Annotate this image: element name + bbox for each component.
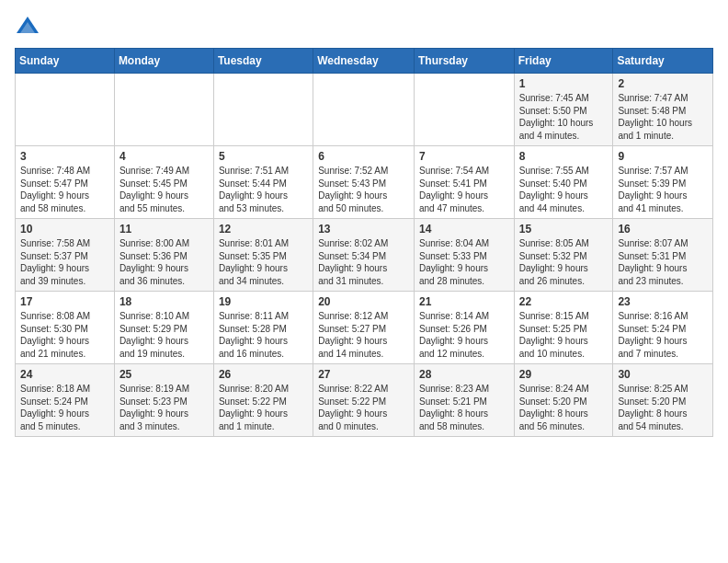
day-info: Sunrise: 8:23 AM Sunset: 5:21 PM Dayligh… [419, 383, 509, 432]
day-info: Sunrise: 8:20 AM Sunset: 5:22 PM Dayligh… [219, 383, 308, 432]
day-info: Sunrise: 7:52 AM Sunset: 5:43 PM Dayligh… [318, 165, 409, 214]
day-info: Sunrise: 7:51 AM Sunset: 5:44 PM Dayligh… [219, 165, 308, 214]
day-number: 21 [419, 295, 509, 308]
day-info: Sunrise: 7:48 AM Sunset: 5:47 PM Dayligh… [20, 165, 109, 214]
calendar-cell: 1Sunrise: 7:45 AM Sunset: 5:50 PM Daylig… [514, 74, 613, 146]
day-info: Sunrise: 7:55 AM Sunset: 5:40 PM Dayligh… [519, 165, 609, 214]
calendar-cell: 25Sunrise: 8:19 AM Sunset: 5:23 PM Dayli… [114, 364, 213, 437]
day-info: Sunrise: 8:07 AM Sunset: 5:31 PM Dayligh… [618, 237, 708, 287]
calendar-cell: 22Sunrise: 8:15 AM Sunset: 5:25 PM Dayli… [514, 292, 613, 364]
calendar-cell: 6Sunrise: 7:52 AM Sunset: 5:43 PM Daylig… [313, 146, 415, 219]
day-number: 15 [519, 223, 609, 236]
weekday-header: Wednesday [313, 49, 415, 74]
day-info: Sunrise: 8:12 AM Sunset: 5:27 PM Dayligh… [318, 310, 409, 360]
day-number: 16 [618, 223, 708, 236]
calendar-cell: 19Sunrise: 8:11 AM Sunset: 5:28 PM Dayli… [213, 292, 313, 364]
calendar-cell: 3Sunrise: 7:48 AM Sunset: 5:47 PM Daylig… [16, 146, 115, 219]
day-info: Sunrise: 8:05 AM Sunset: 5:32 PM Dayligh… [519, 237, 609, 287]
day-info: Sunrise: 8:18 AM Sunset: 5:24 PM Dayligh… [20, 383, 109, 432]
calendar-cell [414, 74, 514, 146]
day-info: Sunrise: 7:58 AM Sunset: 5:37 PM Dayligh… [20, 237, 109, 287]
day-info: Sunrise: 8:10 AM Sunset: 5:29 PM Dayligh… [119, 310, 209, 360]
calendar-cell: 9Sunrise: 7:57 AM Sunset: 5:39 PM Daylig… [613, 146, 713, 219]
day-info: Sunrise: 7:54 AM Sunset: 5:41 PM Dayligh… [419, 165, 509, 214]
day-info: Sunrise: 8:08 AM Sunset: 5:30 PM Dayligh… [20, 310, 109, 360]
day-number: 18 [119, 295, 209, 308]
day-number: 26 [219, 368, 308, 381]
day-number: 20 [318, 295, 409, 308]
calendar-cell: 11Sunrise: 8:00 AM Sunset: 5:36 PM Dayli… [114, 219, 213, 292]
day-info: Sunrise: 7:57 AM Sunset: 5:39 PM Dayligh… [618, 165, 708, 214]
day-info: Sunrise: 8:04 AM Sunset: 5:33 PM Dayligh… [419, 237, 509, 287]
day-info: Sunrise: 7:45 AM Sunset: 5:50 PM Dayligh… [519, 92, 609, 142]
calendar-cell: 17Sunrise: 8:08 AM Sunset: 5:30 PM Dayli… [16, 292, 115, 364]
day-info: Sunrise: 8:01 AM Sunset: 5:35 PM Dayligh… [219, 237, 308, 287]
calendar-table: SundayMondayTuesdayWednesdayThursdayFrid… [15, 48, 713, 437]
calendar-cell: 29Sunrise: 8:24 AM Sunset: 5:20 PM Dayli… [514, 364, 613, 437]
day-number: 19 [219, 295, 308, 308]
weekday-header: Friday [514, 49, 613, 74]
calendar-cell: 18Sunrise: 8:10 AM Sunset: 5:29 PM Dayli… [114, 292, 213, 364]
calendar-week-row: 10Sunrise: 7:58 AM Sunset: 5:37 PM Dayli… [16, 219, 713, 292]
calendar-week-row: 3Sunrise: 7:48 AM Sunset: 5:47 PM Daylig… [16, 146, 713, 219]
day-info: Sunrise: 8:16 AM Sunset: 5:24 PM Dayligh… [618, 310, 708, 360]
calendar-cell [114, 74, 213, 146]
day-number: 4 [119, 150, 209, 163]
calendar-cell: 13Sunrise: 8:02 AM Sunset: 5:34 PM Dayli… [313, 219, 415, 292]
day-number: 17 [20, 295, 109, 308]
day-number: 9 [618, 150, 708, 163]
day-info: Sunrise: 7:47 AM Sunset: 5:48 PM Dayligh… [618, 92, 708, 142]
day-info: Sunrise: 8:00 AM Sunset: 5:36 PM Dayligh… [119, 237, 209, 287]
calendar-cell [313, 74, 415, 146]
calendar-cell: 26Sunrise: 8:20 AM Sunset: 5:22 PM Dayli… [213, 364, 313, 437]
day-number: 10 [20, 223, 109, 236]
day-number: 6 [318, 150, 409, 163]
calendar-cell [213, 74, 313, 146]
calendar-cell: 15Sunrise: 8:05 AM Sunset: 5:32 PM Dayli… [514, 219, 613, 292]
logo-icon [15, 15, 40, 40]
day-info: Sunrise: 8:22 AM Sunset: 5:22 PM Dayligh… [318, 383, 409, 432]
calendar-cell: 5Sunrise: 7:51 AM Sunset: 5:44 PM Daylig… [213, 146, 313, 219]
day-number: 28 [419, 368, 509, 381]
day-number: 2 [618, 77, 708, 90]
day-number: 27 [318, 368, 409, 381]
calendar-cell: 20Sunrise: 8:12 AM Sunset: 5:27 PM Dayli… [313, 292, 415, 364]
day-number: 8 [519, 150, 609, 163]
day-number: 23 [618, 295, 708, 308]
calendar-header-row: SundayMondayTuesdayWednesdayThursdayFrid… [16, 49, 713, 74]
day-info: Sunrise: 8:25 AM Sunset: 5:20 PM Dayligh… [618, 383, 708, 432]
calendar-cell: 16Sunrise: 8:07 AM Sunset: 5:31 PM Dayli… [613, 219, 713, 292]
calendar-cell: 23Sunrise: 8:16 AM Sunset: 5:24 PM Dayli… [613, 292, 713, 364]
calendar-cell: 30Sunrise: 8:25 AM Sunset: 5:20 PM Dayli… [613, 364, 713, 437]
day-number: 7 [419, 150, 509, 163]
weekday-header: Sunday [16, 49, 115, 74]
calendar-cell [16, 74, 115, 146]
day-number: 5 [219, 150, 308, 163]
day-info: Sunrise: 8:15 AM Sunset: 5:25 PM Dayligh… [519, 310, 609, 360]
day-number: 22 [519, 295, 609, 308]
day-number: 24 [20, 368, 109, 381]
calendar-cell: 14Sunrise: 8:04 AM Sunset: 5:33 PM Dayli… [414, 219, 514, 292]
day-number: 12 [219, 223, 308, 236]
day-info: Sunrise: 8:24 AM Sunset: 5:20 PM Dayligh… [519, 383, 609, 432]
calendar-cell: 2Sunrise: 7:47 AM Sunset: 5:48 PM Daylig… [613, 74, 713, 146]
weekday-header: Thursday [414, 49, 514, 74]
calendar-cell: 12Sunrise: 8:01 AM Sunset: 5:35 PM Dayli… [213, 219, 313, 292]
calendar-week-row: 1Sunrise: 7:45 AM Sunset: 5:50 PM Daylig… [16, 74, 713, 146]
calendar-cell: 28Sunrise: 8:23 AM Sunset: 5:21 PM Dayli… [414, 364, 514, 437]
weekday-header: Saturday [613, 49, 713, 74]
calendar-week-row: 24Sunrise: 8:18 AM Sunset: 5:24 PM Dayli… [16, 364, 713, 437]
calendar-week-row: 17Sunrise: 8:08 AM Sunset: 5:30 PM Dayli… [16, 292, 713, 364]
page-header [15, 15, 713, 40]
day-number: 29 [519, 368, 609, 381]
day-info: Sunrise: 8:11 AM Sunset: 5:28 PM Dayligh… [219, 310, 308, 360]
day-info: Sunrise: 8:19 AM Sunset: 5:23 PM Dayligh… [119, 383, 209, 432]
calendar-cell: 10Sunrise: 7:58 AM Sunset: 5:37 PM Dayli… [16, 219, 115, 292]
calendar-cell: 8Sunrise: 7:55 AM Sunset: 5:40 PM Daylig… [514, 146, 613, 219]
calendar-cell: 27Sunrise: 8:22 AM Sunset: 5:22 PM Dayli… [313, 364, 415, 437]
calendar-cell: 24Sunrise: 8:18 AM Sunset: 5:24 PM Dayli… [16, 364, 115, 437]
day-number: 14 [419, 223, 509, 236]
calendar-cell: 4Sunrise: 7:49 AM Sunset: 5:45 PM Daylig… [114, 146, 213, 219]
weekday-header: Tuesday [213, 49, 313, 74]
day-number: 3 [20, 150, 109, 163]
